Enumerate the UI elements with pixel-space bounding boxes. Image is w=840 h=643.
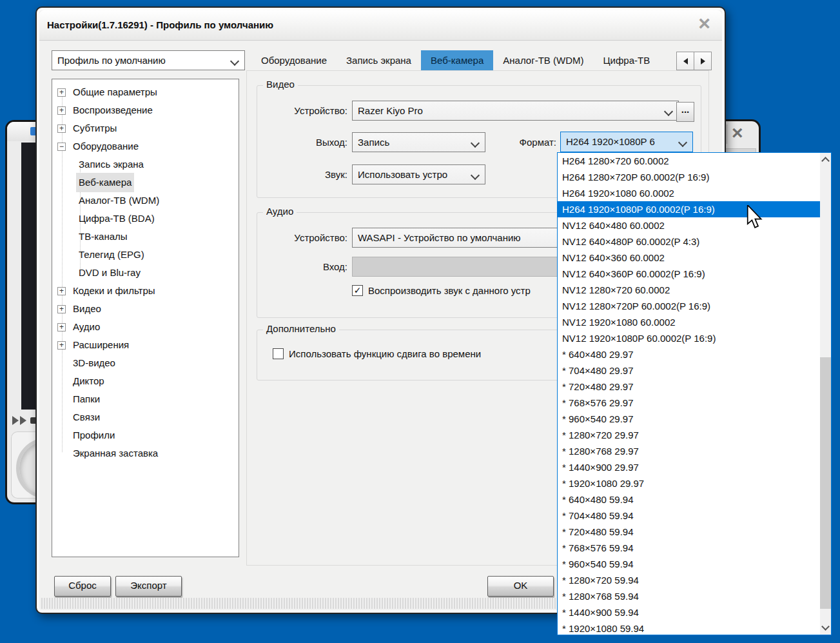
dropdown-scrollbar[interactable] (820, 153, 831, 635)
extra-group-title: Дополнительно (263, 323, 339, 334)
tree-item[interactable]: +Кодеки и фильтры (52, 282, 239, 300)
format-option[interactable]: NV12 1280×720 60.0002 (558, 282, 820, 298)
format-option[interactable]: * 1440×900 29.97 (558, 459, 820, 475)
scroll-down-button[interactable] (820, 622, 831, 633)
tree-item-label: Расширения (70, 335, 132, 355)
format-option[interactable]: * 1280×768 29.97 (558, 443, 820, 459)
fast-forward-icon[interactable] (20, 416, 26, 425)
expand-plus-icon[interactable]: + (57, 106, 66, 115)
format-option[interactable]: H264 1280×720 60.0002 (558, 153, 820, 169)
profile-select[interactable]: Профиль по умолчанию (52, 50, 245, 70)
tab-scroll-right-button[interactable] (694, 52, 712, 70)
expand-plus-icon[interactable]: + (57, 305, 66, 313)
tab-2[interactable]: Веб-камера (421, 50, 493, 70)
tab-0[interactable]: Оборудование (251, 50, 337, 70)
format-option[interactable]: * 1280×720 59.94 (558, 572, 820, 588)
expand-plus-icon[interactable]: + (57, 88, 66, 97)
format-option[interactable]: * 1920×1080 59.94 (558, 620, 820, 635)
tab-4[interactable]: Цифра-ТВ (593, 50, 659, 70)
format-option[interactable]: * 768×576 59.94 (558, 540, 820, 556)
chevron-down-icon (230, 57, 239, 66)
format-option[interactable]: H264 1920×1080 60.0002 (558, 185, 820, 201)
tree-item[interactable]: Профили (52, 426, 239, 444)
format-option[interactable]: * 640×480 29.97 (558, 346, 820, 362)
tree-item[interactable]: ТВ-каналы (52, 228, 239, 246)
close-icon[interactable]: × (732, 120, 743, 146)
tree-item[interactable]: +Расширения (52, 336, 239, 354)
sound-value: Использовать устро (358, 169, 447, 180)
sound-select[interactable]: Использовать устро (352, 164, 485, 184)
format-option[interactable]: * 640×480 59.94 (558, 491, 820, 508)
tree-item-label: Цифра-ТВ (BDA) (76, 209, 157, 228)
format-option[interactable]: * 1280×720 29.97 (558, 427, 820, 443)
tree-item[interactable]: DVD и Blu-ray (52, 264, 239, 282)
format-option[interactable]: NV12 640×360 60.0002 (558, 250, 820, 266)
expand-plus-icon[interactable]: + (57, 124, 66, 133)
output-select[interactable]: Запись (352, 132, 485, 152)
format-option[interactable]: * 1920×1080 29.97 (558, 475, 820, 491)
tree-item[interactable]: Запись экрана (52, 155, 239, 173)
device-more-button[interactable]: ... (676, 102, 694, 122)
format-option[interactable]: * 960×540 59.94 (558, 556, 820, 572)
tree-item-label: Связи (70, 408, 103, 427)
video-device-select[interactable]: Razer Kiyo Pro (352, 101, 679, 121)
tree-item[interactable]: Веб-камера (52, 173, 239, 192)
tree-item-label: Папки (70, 390, 103, 409)
chevron-down-icon (678, 138, 687, 147)
tree-item[interactable]: Телегид (EPG) (52, 246, 239, 264)
format-option[interactable]: * 704×480 59.94 (558, 508, 820, 524)
format-option[interactable]: H264 1280×720P 60.0002(P 16:9) (558, 169, 820, 185)
checkbox-unchecked-icon[interactable] (273, 348, 284, 359)
tree-item[interactable]: +Видео (52, 300, 239, 318)
reset-button[interactable]: Сброс (54, 576, 111, 597)
format-option[interactable]: NV12 640×480P 60.0002(P 4:3) (558, 233, 820, 250)
tree-item[interactable]: Экранная заставка (52, 444, 239, 462)
tree-item[interactable]: Связи (52, 408, 239, 426)
close-icon[interactable]: × (698, 12, 710, 35)
format-option[interactable]: NV12 1920×1080 60.0002 (558, 314, 820, 330)
format-option[interactable]: * 1440×900 59.94 (558, 604, 820, 620)
format-select[interactable]: H264 1920×1080P 6 (560, 132, 693, 152)
tree-item[interactable]: +Субтитры (52, 119, 239, 137)
tree-item[interactable]: +Общие параметры (52, 83, 239, 101)
format-option[interactable]: * 960×540 29.97 (558, 411, 820, 427)
export-button[interactable]: Экспорт (115, 576, 182, 597)
format-value: H264 1920×1080P 6 (566, 136, 655, 147)
tree-item[interactable]: Папки (52, 390, 239, 408)
tree-item-label: Диктор (70, 371, 107, 391)
device-label: Устройство: (257, 101, 347, 121)
scrollbar-thumb[interactable] (820, 357, 831, 609)
sound-label: Звук: (257, 164, 347, 184)
tree-item[interactable]: Аналог-ТВ (WDM) (52, 192, 239, 210)
tree-item[interactable]: 3D-видео (52, 354, 239, 372)
tab-1[interactable]: Запись экрана (337, 50, 421, 70)
tree-item[interactable]: −Оборудование (52, 137, 239, 155)
expand-plus-icon[interactable]: + (57, 341, 66, 350)
format-option[interactable]: * 720×480 29.97 (558, 379, 820, 395)
format-option[interactable]: NV12 1280×720P 60.0002(P 16:9) (558, 298, 820, 314)
format-option[interactable]: * 720×480 59.94 (558, 524, 820, 540)
fast-forward-icon[interactable] (12, 416, 19, 425)
tree-item-label: Субтитры (70, 119, 119, 138)
tree-item[interactable]: +Аудио (52, 318, 239, 336)
video-device-value: Razer Kiyo Pro (358, 105, 423, 116)
format-option[interactable]: * 704×480 29.97 (558, 362, 820, 379)
expand-plus-icon[interactable]: + (57, 323, 66, 331)
tab-3[interactable]: Аналог-ТВ (WDM) (493, 50, 593, 70)
expand-plus-icon[interactable]: + (57, 287, 66, 295)
format-option[interactable]: H264 1920×1080P 60.0002(P 16:9) (558, 201, 820, 217)
collapse-minus-icon[interactable]: − (57, 143, 66, 151)
format-option[interactable]: NV12 1920×1080P 60.0002(P 16:9) (558, 330, 820, 346)
checkbox-checked-icon[interactable]: ✓ (352, 285, 363, 296)
format-option[interactable]: NV12 640×360P 60.0002(P 16:9) (558, 266, 820, 282)
scroll-up-button[interactable] (820, 154, 831, 165)
tree-item[interactable]: +Воспроизведение (52, 101, 239, 119)
tree-item[interactable]: Цифра-ТВ (BDA) (52, 210, 239, 228)
dialog-titlebar[interactable]: Настройки(1.7.16291) - Профиль по умолча… (39, 10, 722, 41)
format-option[interactable]: * 1280×768 59.94 (558, 588, 820, 604)
tree-item[interactable]: Диктор (52, 372, 239, 390)
ok-button[interactable]: OK (487, 576, 554, 597)
format-option[interactable]: NV12 640×480 60.0002 (558, 217, 820, 233)
tab-scroll-left-button[interactable] (676, 52, 694, 70)
format-option[interactable]: * 768×576 29.97 (558, 395, 820, 411)
